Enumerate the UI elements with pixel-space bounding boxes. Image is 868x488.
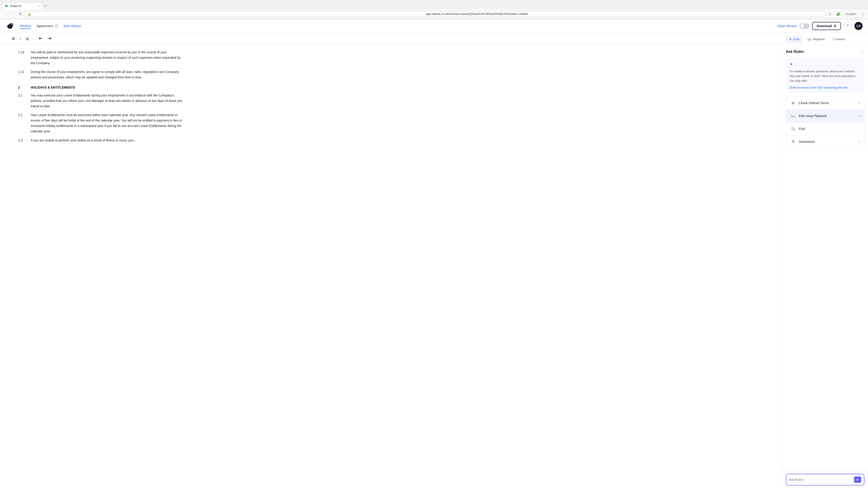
download-icon: ⬇ [834, 24, 836, 28]
tab-playbook[interactable]: 📖 Playbook [804, 35, 828, 43]
indent-right-button[interactable]: ⇥ [46, 35, 53, 42]
clause-2-1-text: You may exercise your Leave Entitlements… [31, 93, 185, 109]
incognito-label: Incognito [844, 11, 858, 17]
robin-intro-icon: ✦ [789, 61, 861, 67]
header-nav: Review Agreement 📋 See History [20, 23, 772, 29]
action-summarize[interactable]: ☰ Summarize ↵ [786, 135, 864, 148]
nav-refresh-button[interactable]: ↻ [18, 11, 23, 17]
nav-actions: ☆ 🧩 Incognito ⋮ [827, 11, 866, 17]
check-defined-terms-shortcut: ↵ [858, 101, 861, 105]
section-2-heading: HOLIDAYS & ENTITLEMENTS [31, 86, 75, 89]
lock-icon: 🔒 [28, 12, 425, 15]
edit-playbook-icon: 📖 [790, 113, 796, 119]
quick-actions-list: ⊞ Check Defined Terms ↵ 📖 Edit using Pla… [786, 96, 864, 148]
chat-tab-icon: ✦ [789, 37, 792, 41]
browser-chrome: 🐦 Robin AI × + ← → ↻ 🔒 app.robinai.co.uk… [0, 0, 868, 19]
right-panel: ✦ Chat 📖 Playbook [ Actions Ask Robin ⋮ … [782, 33, 868, 488]
browser-menu-button[interactable]: ⋮ [860, 11, 866, 17]
see-history-link[interactable]: See History [64, 23, 81, 29]
ask-robin-header: Ask Robin ⋮ [786, 49, 864, 54]
tab-label: Robin AI [10, 4, 22, 8]
clause-2-3-text: If you are unable to perform your duties… [31, 138, 185, 143]
clause-2-2: 2.2 Your Leave Entitlements must be exer… [18, 112, 185, 134]
robin-intro-text: I'm ready to answer questions about your… [789, 69, 861, 83]
panel-content: Ask Robin ⋮ ✦ I'm ready to answer questi… [782, 46, 868, 471]
actions-tab-icon: [ [833, 37, 834, 41]
ask-robin-input-area: ➤ [782, 471, 868, 488]
header-actions: Clean Version Download ⬇ ? LD [777, 22, 863, 30]
clause-2-1: 2.1 You may exercise your Leave Entitlem… [18, 93, 185, 109]
action-edit-using-playbook[interactable]: 📖 Edit using Playbook ↵ [786, 109, 864, 123]
ask-robin-send-button[interactable]: ➤ [854, 477, 861, 483]
robin-suggestion-link[interactable]: Draft an email to the CEO explaining the… [789, 86, 861, 89]
section-1-clauses: 1.10 You will be paid or reimbursed for … [18, 50, 185, 80]
playbook-tab-label: Playbook [813, 37, 825, 41]
section-2-num: 2 [18, 86, 27, 89]
clause-2-2-num: 2.2 [18, 112, 27, 134]
bold-button[interactable]: B [11, 36, 16, 41]
svg-point-1 [10, 23, 13, 26]
check-defined-terms-icon: ⊞ [790, 100, 796, 106]
clause-2-3-num: 2.3 [18, 138, 27, 143]
app-logo [5, 22, 14, 31]
app-header: Review Agreement 📋 See History Clean Ver… [0, 19, 868, 33]
doc-name-group: Agreement 📋 [36, 24, 58, 28]
section-2-clauses: 2.1 You may exercise your Leave Entitlem… [18, 93, 185, 143]
ask-robin-input-wrap[interactable]: ➤ [786, 474, 864, 486]
playbook-tab-icon: 📖 [807, 37, 811, 41]
action-check-defined-terms[interactable]: ⊞ Check Defined Terms ↵ [786, 97, 864, 109]
action-find[interactable]: 🔍 Find › [786, 123, 864, 135]
find-icon: 🔍 [790, 126, 796, 132]
help-button[interactable]: ? [844, 22, 852, 30]
doc-copy-icon[interactable]: 📋 [55, 24, 58, 28]
italic-button[interactable]: i [19, 36, 22, 41]
toolbar-divider [34, 36, 34, 41]
tab-close-button[interactable]: × [38, 4, 39, 7]
actions-tab-label: Actions [835, 37, 845, 41]
user-avatar[interactable]: LD [855, 22, 863, 30]
nav-back-button[interactable]: ← [2, 11, 8, 17]
nav-review[interactable]: Review [20, 23, 31, 29]
url-text: app.robinai.co.uk/review/contract/Q29udH… [426, 12, 823, 15]
clause-1-10: 1.10 You will be paid or reimbursed for … [18, 50, 185, 66]
tab-actions[interactable]: [ Actions [830, 35, 848, 43]
tab-bar: 🐦 Robin AI × + [0, 0, 868, 9]
edit-playbook-shortcut: ↵ [858, 114, 861, 118]
clause-1-10-text: You will be paid or reimbursed for any r… [31, 50, 185, 66]
bookmark-button[interactable]: ☆ [827, 11, 833, 17]
tab-favicon: 🐦 [5, 4, 8, 8]
panel-tabs: ✦ Chat 📖 Playbook [ Actions [782, 33, 868, 46]
tab-chat[interactable]: ✦ Chat [786, 35, 802, 43]
download-button[interactable]: Download ⬇ [812, 22, 841, 30]
robin-logo-icon [5, 22, 14, 31]
clean-version-label: Clean Version [777, 24, 797, 28]
doc-toolbar: B i U ⇤ ⇥ [0, 33, 782, 44]
doc-name-text: Agreement [36, 24, 53, 28]
summarize-icon: ☰ [790, 138, 796, 145]
summarize-shortcut: ↵ [858, 140, 861, 143]
clean-version-toggle[interactable] [800, 23, 809, 29]
active-tab[interactable]: 🐦 Robin AI × [2, 2, 42, 9]
ask-robin-title: Ask Robin [786, 50, 804, 54]
clause-2-3: 2.3 If you are unable to perform your du… [18, 138, 185, 143]
download-label: Download [817, 24, 832, 28]
url-bar[interactable]: 🔒 app.robinai.co.uk/review/contract/Q29u… [25, 11, 826, 17]
underline-button[interactable]: U [25, 36, 30, 41]
summarize-label: Summarize [799, 140, 855, 143]
find-shortcut: › [860, 127, 861, 131]
ask-robin-menu-button[interactable]: ⋮ [860, 49, 864, 54]
edit-playbook-label: Edit using Playbook [799, 114, 855, 118]
clause-1-11: 1.11 During the course of your employmen… [18, 69, 185, 80]
check-defined-terms-label: Check Defined Terms [799, 101, 855, 105]
nav-forward-button[interactable]: → [10, 11, 16, 17]
document-content: 1.10 You will be paid or reimbursed for … [0, 44, 204, 158]
extensions-button[interactable]: 🧩 [835, 11, 842, 17]
chat-tab-label: Chat [793, 37, 799, 41]
main-layout: B i U ⇤ ⇥ 1.10 You will be paid or reimb… [0, 33, 868, 488]
find-label: Find [799, 127, 857, 131]
ask-robin-input[interactable] [789, 478, 852, 482]
clause-2-2-text: Your Leave Entitlements must be exercise… [31, 112, 185, 134]
indent-left-button[interactable]: ⇤ [37, 35, 43, 42]
new-tab-button[interactable]: + [42, 3, 48, 9]
clause-1-10-num: 1.10 [18, 50, 27, 66]
